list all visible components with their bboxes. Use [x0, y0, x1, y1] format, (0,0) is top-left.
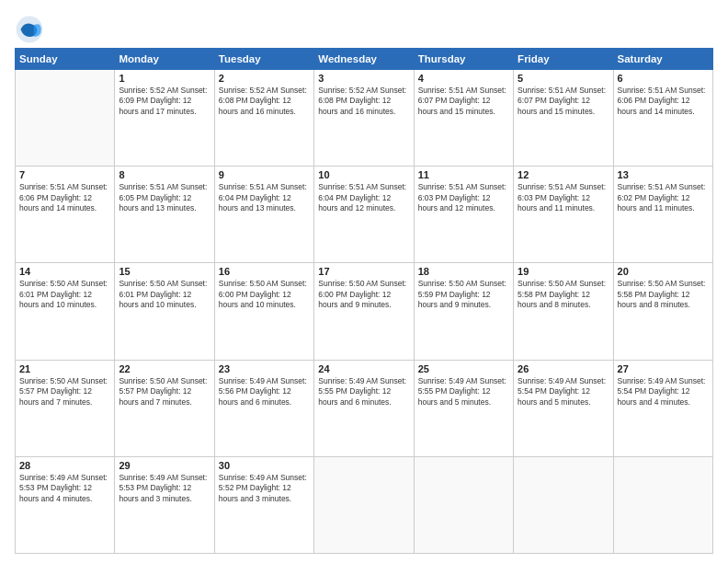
cell-info: Sunrise: 5:49 AM Sunset: 5:53 PM Dayligh… [119, 473, 210, 504]
day-number: 9 [219, 169, 310, 180]
calendar-week-row: 14Sunrise: 5:50 AM Sunset: 6:01 PM Dayli… [16, 263, 713, 360]
cell-info: Sunrise: 5:50 AM Sunset: 6:00 PM Dayligh… [219, 279, 310, 310]
cell-info: Sunrise: 5:50 AM Sunset: 5:59 PM Dayligh… [418, 279, 509, 310]
calendar-cell [16, 70, 115, 167]
calendar-cell [314, 456, 414, 553]
calendar-header-sunday: Sunday [16, 49, 115, 70]
day-number: 26 [518, 363, 609, 374]
calendar-cell: 1Sunrise: 5:52 AM Sunset: 6:09 PM Daylig… [115, 70, 214, 167]
calendar-header-monday: Monday [115, 49, 214, 70]
cell-info: Sunrise: 5:49 AM Sunset: 5:54 PM Dayligh… [518, 376, 609, 408]
calendar-cell: 6Sunrise: 5:51 AM Sunset: 6:06 PM Daylig… [613, 70, 712, 167]
calendar-cell: 9Sunrise: 5:51 AM Sunset: 6:04 PM Daylig… [214, 167, 313, 263]
cell-info: Sunrise: 5:52 AM Sunset: 6:09 PM Dayligh… [119, 86, 210, 117]
cell-info: Sunrise: 5:50 AM Sunset: 5:58 PM Dayligh… [618, 279, 709, 310]
cell-info: Sunrise: 5:52 AM Sunset: 6:08 PM Dayligh… [318, 86, 409, 117]
day-number: 19 [518, 266, 609, 277]
calendar-cell: 19Sunrise: 5:50 AM Sunset: 5:58 PM Dayli… [514, 263, 613, 360]
day-number: 22 [119, 363, 210, 374]
calendar-cell: 16Sunrise: 5:50 AM Sunset: 6:00 PM Dayli… [214, 263, 313, 360]
day-number: 25 [418, 363, 509, 374]
calendar-header-saturday: Saturday [613, 49, 712, 70]
calendar-header-friday: Friday [514, 49, 613, 70]
calendar-cell: 23Sunrise: 5:49 AM Sunset: 5:56 PM Dayli… [214, 360, 313, 456]
cell-info: Sunrise: 5:51 AM Sunset: 6:04 PM Dayligh… [318, 182, 409, 213]
calendar-cell [613, 456, 712, 553]
day-number: 30 [219, 460, 310, 471]
day-number: 13 [618, 169, 709, 180]
day-number: 14 [19, 266, 110, 277]
calendar-cell: 18Sunrise: 5:50 AM Sunset: 5:59 PM Dayli… [414, 263, 513, 360]
cell-info: Sunrise: 5:50 AM Sunset: 6:01 PM Dayligh… [19, 279, 110, 310]
logo-icon [15, 15, 44, 44]
header [15, 11, 713, 44]
cell-info: Sunrise: 5:50 AM Sunset: 5:57 PM Dayligh… [19, 376, 110, 408]
cell-info: Sunrise: 5:50 AM Sunset: 6:01 PM Dayligh… [119, 279, 210, 310]
calendar-header-row: SundayMondayTuesdayWednesdayThursdayFrid… [16, 49, 713, 70]
cell-info: Sunrise: 5:51 AM Sunset: 6:03 PM Dayligh… [518, 182, 609, 213]
day-number: 1 [119, 73, 210, 84]
cell-info: Sunrise: 5:51 AM Sunset: 6:06 PM Dayligh… [618, 86, 709, 117]
calendar-cell: 11Sunrise: 5:51 AM Sunset: 6:03 PM Dayli… [414, 167, 513, 263]
calendar-cell: 22Sunrise: 5:50 AM Sunset: 5:57 PM Dayli… [115, 360, 214, 456]
calendar-cell: 8Sunrise: 5:51 AM Sunset: 6:05 PM Daylig… [115, 167, 214, 263]
calendar-cell: 20Sunrise: 5:50 AM Sunset: 5:58 PM Dayli… [613, 263, 712, 360]
page: SundayMondayTuesdayWednesdayThursdayFrid… [0, 0, 728, 563]
day-number: 6 [618, 73, 709, 84]
calendar-week-row: 21Sunrise: 5:50 AM Sunset: 5:57 PM Dayli… [16, 360, 713, 456]
day-number: 4 [418, 73, 509, 84]
day-number: 5 [518, 73, 609, 84]
cell-info: Sunrise: 5:49 AM Sunset: 5:55 PM Dayligh… [318, 376, 409, 408]
calendar-header-thursday: Thursday [414, 49, 513, 70]
cell-info: Sunrise: 5:49 AM Sunset: 5:53 PM Dayligh… [19, 473, 110, 504]
calendar-cell: 10Sunrise: 5:51 AM Sunset: 6:04 PM Dayli… [314, 167, 414, 263]
calendar-cell: 13Sunrise: 5:51 AM Sunset: 6:02 PM Dayli… [613, 167, 712, 263]
cell-info: Sunrise: 5:49 AM Sunset: 5:56 PM Dayligh… [219, 376, 310, 408]
day-number: 16 [219, 266, 310, 277]
calendar-cell: 28Sunrise: 5:49 AM Sunset: 5:53 PM Dayli… [16, 456, 115, 553]
calendar-header-tuesday: Tuesday [214, 49, 313, 70]
calendar-cell: 15Sunrise: 5:50 AM Sunset: 6:01 PM Dayli… [115, 263, 214, 360]
calendar-cell: 21Sunrise: 5:50 AM Sunset: 5:57 PM Dayli… [16, 360, 115, 456]
day-number: 23 [219, 363, 310, 374]
cell-info: Sunrise: 5:51 AM Sunset: 6:02 PM Dayligh… [618, 182, 709, 213]
day-number: 10 [318, 169, 409, 180]
calendar-cell: 5Sunrise: 5:51 AM Sunset: 6:07 PM Daylig… [514, 70, 613, 167]
day-number: 20 [618, 266, 709, 277]
day-number: 17 [318, 266, 409, 277]
calendar-week-row: 7Sunrise: 5:51 AM Sunset: 6:06 PM Daylig… [16, 167, 713, 263]
day-number: 3 [318, 73, 409, 84]
day-number: 15 [119, 266, 210, 277]
day-number: 21 [19, 363, 110, 374]
calendar-week-row: 28Sunrise: 5:49 AM Sunset: 5:53 PM Dayli… [16, 456, 713, 553]
calendar-cell: 29Sunrise: 5:49 AM Sunset: 5:53 PM Dayli… [115, 456, 214, 553]
cell-info: Sunrise: 5:49 AM Sunset: 5:54 PM Dayligh… [618, 376, 709, 408]
calendar-cell: 2Sunrise: 5:52 AM Sunset: 6:08 PM Daylig… [214, 70, 313, 167]
calendar-cell: 26Sunrise: 5:49 AM Sunset: 5:54 PM Dayli… [514, 360, 613, 456]
cell-info: Sunrise: 5:51 AM Sunset: 6:07 PM Dayligh… [518, 86, 609, 117]
day-number: 2 [219, 73, 310, 84]
cell-info: Sunrise: 5:49 AM Sunset: 5:52 PM Dayligh… [219, 473, 310, 504]
day-number: 27 [618, 363, 709, 374]
cell-info: Sunrise: 5:51 AM Sunset: 6:05 PM Dayligh… [119, 182, 210, 213]
calendar-header-wednesday: Wednesday [314, 49, 414, 70]
day-number: 12 [518, 169, 609, 180]
cell-info: Sunrise: 5:50 AM Sunset: 5:57 PM Dayligh… [119, 376, 210, 408]
cell-info: Sunrise: 5:49 AM Sunset: 5:55 PM Dayligh… [418, 376, 509, 408]
day-number: 29 [119, 460, 210, 471]
calendar-cell: 24Sunrise: 5:49 AM Sunset: 5:55 PM Dayli… [314, 360, 414, 456]
day-number: 18 [418, 266, 509, 277]
logo [15, 15, 48, 44]
cell-info: Sunrise: 5:52 AM Sunset: 6:08 PM Dayligh… [219, 86, 310, 117]
day-number: 7 [19, 169, 110, 180]
calendar-cell: 14Sunrise: 5:50 AM Sunset: 6:01 PM Dayli… [16, 263, 115, 360]
calendar-week-row: 1Sunrise: 5:52 AM Sunset: 6:09 PM Daylig… [16, 70, 713, 167]
calendar-table: SundayMondayTuesdayWednesdayThursdayFrid… [15, 48, 713, 554]
calendar-cell: 7Sunrise: 5:51 AM Sunset: 6:06 PM Daylig… [16, 167, 115, 263]
day-number: 28 [19, 460, 110, 471]
cell-info: Sunrise: 5:51 AM Sunset: 6:03 PM Dayligh… [418, 182, 509, 213]
cell-info: Sunrise: 5:51 AM Sunset: 6:04 PM Dayligh… [219, 182, 310, 213]
cell-info: Sunrise: 5:51 AM Sunset: 6:06 PM Dayligh… [19, 182, 110, 213]
calendar-cell: 25Sunrise: 5:49 AM Sunset: 5:55 PM Dayli… [414, 360, 513, 456]
calendar-cell: 12Sunrise: 5:51 AM Sunset: 6:03 PM Dayli… [514, 167, 613, 263]
